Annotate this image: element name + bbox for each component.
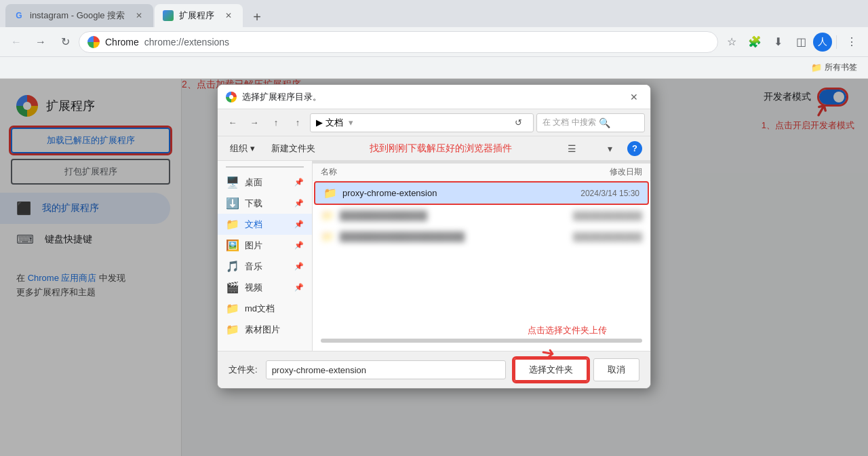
file-row-proxy[interactable]: 📁 proxy-chrome-extension 2024/3/14 15:30 [315, 183, 648, 204]
tab-title-instagram: instagram - Google 搜索 [30, 10, 125, 22]
toolbar-actions: ☆ 🧩 ⬇ ◫ 人 ⋮ [721, 31, 863, 53]
pictures-folder-icon: 🖼️ [226, 239, 239, 252]
breadcrumb-bar[interactable]: ▶ 文档 ▾ ↺ [310, 113, 534, 132]
tab-favicon-ext [163, 10, 174, 21]
downloads-pin-icon: 📌 [294, 199, 304, 208]
view-toggle-button[interactable]: ☰ [562, 139, 581, 158]
dialog-up-button[interactable]: ↑ [267, 113, 285, 132]
cancel-button[interactable]: 取消 [593, 358, 639, 381]
dialog-content: 名称 修改日期 📁 proxy-chrome-extension 2024/3/… [313, 161, 650, 351]
view-dropdown-button[interactable]: ▾ [600, 139, 619, 158]
music-pin-icon: 📌 [294, 262, 304, 271]
file-dialog: 选择扩展程序目录。 ✕ ← → ↑ ↑ ▶ 文档 ▾ ↺ 在 [217, 84, 651, 389]
file-list-header: 名称 修改日期 [313, 164, 650, 181]
folder-input[interactable] [266, 360, 506, 379]
breadcrumb-chevron: ▾ [349, 117, 353, 128]
folder-label-videos: 视频 [245, 282, 262, 294]
divider [836, 35, 837, 49]
dialog-up2-button[interactable]: ↑ [288, 113, 307, 132]
forward-button[interactable]: → [30, 31, 52, 53]
dialog-toolbar: 组织 ▾ 新建文件夹 找到刚刚下载解压好的浏览器插件 ☰ ▾ ? [218, 136, 650, 161]
folder-item-videos[interactable]: 🎬 视频 📌 [218, 277, 312, 298]
breadcrumb-text: 文档 [326, 117, 343, 129]
profile-button[interactable]: 人 [813, 33, 832, 52]
dialog-forward-button[interactable]: → [245, 113, 264, 132]
folder-label: 文件夹: [229, 364, 258, 376]
folder-item-music[interactable]: 🎵 音乐 📌 [218, 256, 312, 277]
dialog-nav-bar: ← → ↑ ↑ ▶ 文档 ▾ ↺ 在 文档 中搜索 🔍 [218, 109, 650, 136]
dialog-refresh-button[interactable]: ↺ [509, 113, 528, 132]
folder-label-pictures: 图片 [245, 240, 262, 252]
folder-item-materials[interactable]: 📁 素材图片 [218, 319, 312, 340]
search-placeholder-text: 在 文档 中搜索 [542, 117, 596, 128]
dialog-title-bar: 选择扩展程序目录。 ✕ [218, 85, 650, 109]
folder-label-mddocs: md文档 [245, 303, 275, 315]
videos-pin-icon: 📌 [294, 283, 304, 292]
toolbar-new-folder-button[interactable]: 新建文件夹 [267, 140, 319, 157]
folder-label-desktop: 桌面 [245, 176, 262, 189]
sidebar-divider [226, 166, 304, 168]
annotation-folder-select: 点击选择文件夹上传 [528, 324, 607, 337]
documents-folder-icon: 📁 [226, 218, 239, 231]
dialog-hint-text: 找到刚刚下载解压好的浏览器插件 [328, 142, 554, 155]
documents-pin-icon: 📌 [294, 220, 304, 229]
address-bar[interactable]: Chrome chrome://extensions [79, 31, 718, 53]
horizontal-scrollbar[interactable] [321, 339, 642, 343]
toolbar-organize-button[interactable]: 组织 ▾ [226, 140, 259, 157]
music-folder-icon: 🎵 [226, 260, 239, 273]
folder-item-downloads[interactable]: ⬇️ 下载 📌 [218, 193, 312, 214]
col-name-header: 名称 [321, 166, 547, 178]
tab-instagram[interactable]: G instagram - Google 搜索 ✕ [5, 4, 153, 27]
new-tab-button[interactable]: + [247, 7, 267, 27]
tab-favicon-google: G [14, 10, 24, 21]
dialog-back-button[interactable]: ← [223, 113, 242, 132]
help-button[interactable]: ? [627, 141, 642, 156]
proxy-file-date: 2024/3/14 15:30 [545, 189, 639, 198]
folder-item-desktop[interactable]: 🖥️ 桌面 📌 [218, 172, 312, 193]
all-bookmarks-item[interactable]: 📁 所有书签 [806, 59, 863, 76]
address-url: chrome://extensions [144, 37, 229, 48]
proxy-file-name: proxy-chrome-extension [342, 188, 545, 198]
breadcrumb-icon: ▶ [316, 117, 323, 128]
tab-extensions[interactable]: 扩展程序 ✕ [155, 4, 243, 27]
back-button[interactable]: ← [5, 31, 27, 53]
bookmark-star-button[interactable]: ☆ [721, 31, 743, 53]
pictures-pin-icon: 📌 [294, 241, 304, 250]
footer-buttons: 点击选择文件夹上传 ➜ 选择文件夹 取消 [514, 358, 639, 381]
folder-item-documents[interactable]: 📁 文档 📌 [218, 214, 312, 235]
sidebar-button[interactable]: ◫ [790, 31, 812, 53]
bookmarks-bar-right: 📁 所有书签 [806, 59, 863, 76]
menu-button[interactable]: ⋮ [841, 31, 863, 53]
search-icon: 🔍 [599, 117, 610, 128]
tab-title-ext: 扩展程序 [179, 10, 214, 22]
folder-item-pictures[interactable]: 🖼️ 图片 📌 [218, 235, 312, 256]
folder-item-mddocs[interactable]: 📁 md文档 [218, 298, 312, 319]
browser-frame: G instagram - Google 搜索 ✕ 扩展程序 ✕ + ← → ↻… [0, 0, 868, 456]
file-row-blurred2: 📁 ████████████████████ ████████████ [313, 226, 650, 247]
materials-folder-icon: 📁 [226, 323, 239, 336]
extensions-puzzle-button[interactable]: 🧩 [744, 31, 766, 53]
col-date-header: 修改日期 [547, 166, 642, 178]
bookmarks-bar: 📁 所有书签 [0, 57, 868, 79]
mddocs-folder-icon: 📁 [226, 302, 239, 315]
file-dialog-overlay: 选择扩展程序目录。 ✕ ← → ↑ ↑ ▶ 文档 ▾ ↺ 在 [0, 79, 868, 456]
folder-label-materials: 素材图片 [245, 324, 280, 336]
dialog-title-text: 选择扩展程序目录。 [242, 91, 626, 103]
dialog-close-button[interactable]: ✕ [626, 89, 642, 105]
tab-close-ext[interactable]: ✕ [222, 10, 235, 22]
tab-close-instagram[interactable]: ✕ [133, 10, 145, 22]
main-area: 扩展程序 加载已解压的扩展程序 打包扩展程序 ⬛ 我的扩展程序 ⌨ 键盘快捷键 [0, 79, 868, 456]
desktop-folder-icon: 🖥️ [226, 176, 239, 189]
bookmark-folder-icon: 📁 [811, 62, 822, 73]
address-chrome-label: Chrome [105, 37, 139, 48]
folder-label-downloads: 下载 [245, 197, 262, 210]
address-chrome-icon [87, 36, 100, 48]
reload-button[interactable]: ↻ [54, 31, 76, 53]
download-button[interactable]: ⬇ [767, 31, 789, 53]
search-box[interactable]: 在 文档 中搜索 🔍 [536, 113, 645, 132]
dialog-sidebar: 🖥️ 桌面 📌 ⬇️ 下载 📌 📁 文档 📌 [218, 161, 313, 351]
dialog-body: 🖥️ 桌面 📌 ⬇️ 下载 📌 📁 文档 📌 [218, 161, 650, 351]
all-bookmarks-label: 所有书签 [825, 62, 857, 73]
downloads-folder-icon: ⬇️ [226, 197, 239, 210]
dialog-favicon-icon [226, 92, 237, 102]
